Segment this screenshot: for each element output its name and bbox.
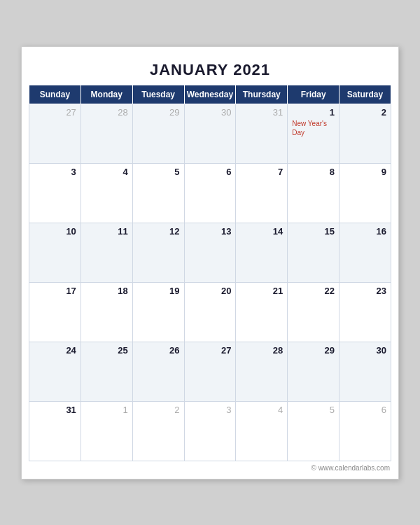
- header-day-wednesday: Wednesday: [184, 85, 236, 104]
- calendar-cell: 17: [29, 282, 81, 342]
- calendar-cell: 26: [132, 342, 184, 401]
- calendar-cell: 2: [132, 401, 184, 461]
- header-day-monday: Monday: [80, 85, 132, 104]
- calendar-cell: 27: [184, 342, 236, 401]
- calendar-cell: 6: [184, 163, 236, 223]
- calendar-title: JANUARY 2021: [29, 54, 391, 85]
- calendar-cell: 30: [340, 342, 391, 401]
- calendar-cell: 27: [29, 104, 81, 163]
- calendar-cell: 28: [80, 104, 132, 163]
- calendar-cell: 29: [288, 342, 340, 401]
- week-row-6: 31123456: [29, 401, 391, 461]
- calendar-cell: 1: [80, 401, 132, 461]
- calendar-cell: 20: [184, 282, 236, 342]
- calendar-cell: 11: [80, 223, 132, 282]
- week-row-5: 24252627282930: [29, 342, 391, 401]
- holiday-label: New Year's Day: [292, 119, 335, 137]
- calendar-cell: 5: [288, 401, 340, 461]
- calendar-cell: 21: [236, 282, 288, 342]
- calendar-body: 27282930311New Year's Day234567891011121…: [29, 104, 391, 461]
- week-row-3: 10111213141516: [29, 223, 391, 282]
- calendar-container: JANUARY 2021 SundayMondayTuesdayWednesda…: [21, 46, 399, 479]
- calendar-cell: 16: [340, 223, 391, 282]
- calendar-cell: 8: [288, 163, 340, 223]
- calendar-cell: 28: [236, 342, 288, 401]
- calendar-cell: 3: [29, 163, 81, 223]
- week-row-1: 27282930311New Year's Day2: [29, 104, 391, 163]
- calendar-cell: 18: [80, 282, 132, 342]
- calendar-cell: 4: [80, 163, 132, 223]
- calendar-cell: 19: [132, 282, 184, 342]
- calendar-cell: 14: [236, 223, 288, 282]
- calendar-cell: 4: [236, 401, 288, 461]
- calendar-cell: 31: [236, 104, 288, 163]
- calendar-cell: 24: [29, 342, 81, 401]
- header-day-friday: Friday: [288, 85, 340, 104]
- calendar-cell: 12: [132, 223, 184, 282]
- calendar-cell: 3: [184, 401, 236, 461]
- calendar-cell: 23: [340, 282, 391, 342]
- calendar-cell: 1New Year's Day: [288, 104, 340, 163]
- calendar-cell: 15: [288, 223, 340, 282]
- calendar-header: SundayMondayTuesdayWednesdayThursdayFrid…: [29, 85, 391, 104]
- calendar-cell: 13: [184, 223, 236, 282]
- calendar-cell: 6: [340, 401, 391, 461]
- week-row-4: 17181920212223: [29, 282, 391, 342]
- header-row: SundayMondayTuesdayWednesdayThursdayFrid…: [29, 85, 391, 104]
- calendar-cell: 31: [29, 401, 81, 461]
- calendar-cell: 7: [236, 163, 288, 223]
- header-day-sunday: Sunday: [29, 85, 81, 104]
- calendar-cell: 22: [288, 282, 340, 342]
- header-day-thursday: Thursday: [236, 85, 288, 104]
- calendar-table: SundayMondayTuesdayWednesdayThursdayFrid…: [29, 85, 391, 461]
- calendar-cell: 30: [184, 104, 236, 163]
- week-row-2: 3456789: [29, 163, 391, 223]
- header-day-saturday: Saturday: [340, 85, 391, 104]
- calendar-cell: 2: [340, 104, 391, 163]
- header-day-tuesday: Tuesday: [132, 85, 184, 104]
- calendar-cell: 25: [80, 342, 132, 401]
- footer-credit: © www.calendarlabs.com: [29, 461, 391, 472]
- calendar-cell: 29: [132, 104, 184, 163]
- calendar-cell: 9: [340, 163, 391, 223]
- calendar-cell: 10: [29, 223, 81, 282]
- calendar-cell: 5: [132, 163, 184, 223]
